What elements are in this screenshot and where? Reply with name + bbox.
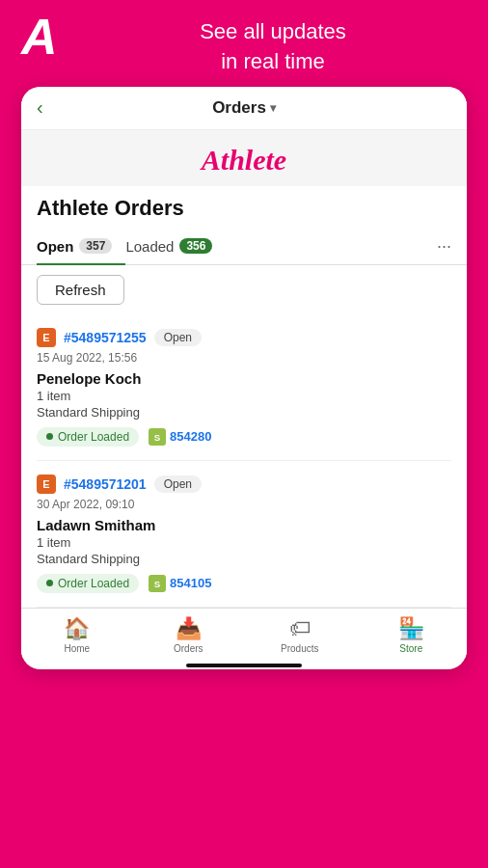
home-icon: 🏠 xyxy=(64,616,90,641)
order-number-link-2[interactable]: #5489571201 xyxy=(64,476,147,492)
page-title: Athlete Orders xyxy=(37,196,451,221)
brand-name: Athlete xyxy=(202,144,286,176)
order-status-1: Open xyxy=(154,329,202,346)
order-footer-1: Order Loaded S 854280 xyxy=(37,427,451,447)
nav-title: Orders ▾ xyxy=(212,98,276,118)
tabs-bar: Open 357 Loaded 356 ··· xyxy=(21,229,467,265)
svg-text:S: S xyxy=(154,578,161,588)
bottom-nav-orders[interactable]: 📥 Orders xyxy=(133,616,245,654)
order-items-2: 1 item xyxy=(37,535,451,550)
order-number-link-1[interactable]: #5489571255 xyxy=(64,330,147,345)
order-date-2: 30 Apr 2022, 09:10 xyxy=(37,498,451,511)
shopify-link-2[interactable]: S 854105 xyxy=(149,575,211,592)
bottom-nav-products[interactable]: 🏷 Products xyxy=(244,616,356,654)
store-icon: 🏪 xyxy=(398,616,424,641)
tab-open-badge: 357 xyxy=(79,238,112,254)
nav-bar: ‹ Orders ▾ xyxy=(21,87,467,130)
orders-label: Orders xyxy=(174,643,203,654)
order-loaded-badge-2: Order Loaded xyxy=(37,574,139,593)
orders-list: E #5489571255 Open 15 Aug 2022, 15:56 Pe… xyxy=(21,314,467,608)
products-icon: 🏷 xyxy=(289,616,311,641)
order-header-2: E #5489571201 Open xyxy=(37,475,451,494)
order-source-icon-2: E xyxy=(37,475,56,494)
order-card-2: E #5489571201 Open 30 Apr 2022, 09:10 La… xyxy=(37,461,451,608)
refresh-section: Refresh xyxy=(21,265,467,314)
order-items-1: 1 item xyxy=(37,389,451,403)
products-label: Products xyxy=(281,643,318,654)
tab-loaded-badge: 356 xyxy=(179,238,212,254)
tab-loaded-label: Loaded xyxy=(125,238,174,255)
order-customer-1: Penelope Koch xyxy=(37,370,451,387)
home-indicator xyxy=(186,664,302,667)
page-title-section: Athlete Orders xyxy=(21,186,467,229)
store-label: Store xyxy=(399,643,422,654)
svg-text:S: S xyxy=(154,431,161,442)
shopify-link-1[interactable]: S 854280 xyxy=(149,428,211,446)
app-screen: ‹ Orders ▾ Athlete Athlete Orders Open 3… xyxy=(21,87,467,669)
nav-dropdown-icon[interactable]: ▾ xyxy=(270,101,276,115)
tabs-more-button[interactable]: ··· xyxy=(437,231,451,262)
app-logo: A xyxy=(21,12,58,62)
order-shipping-1: Standard Shipping xyxy=(37,405,451,420)
tab-loaded[interactable]: Loaded 356 xyxy=(125,229,226,264)
order-header-1: E #5489571255 Open xyxy=(37,328,451,347)
order-card-1: E #5489571255 Open 15 Aug 2022, 15:56 Pe… xyxy=(37,314,451,461)
back-button[interactable]: ‹ xyxy=(37,96,43,119)
hero-section: A See all updates in real time xyxy=(0,0,488,87)
brand-section: Athlete xyxy=(21,130,467,186)
order-date-1: 15 Aug 2022, 15:56 xyxy=(37,351,451,365)
bottom-nav-store[interactable]: 🏪 Store xyxy=(356,616,468,654)
loaded-dot-1 xyxy=(46,433,53,440)
refresh-button[interactable]: Refresh xyxy=(37,275,124,305)
order-status-2: Open xyxy=(154,475,202,493)
hero-tagline: See all updates in real time xyxy=(200,17,346,77)
order-source-icon-1: E xyxy=(37,328,56,347)
loaded-dot-2 xyxy=(46,580,53,586)
order-customer-2: Ladawn Smitham xyxy=(37,517,451,533)
order-shipping-2: Standard Shipping xyxy=(37,552,451,566)
order-loaded-badge-1: Order Loaded xyxy=(37,427,139,447)
bottom-nav-home[interactable]: 🏠 Home xyxy=(21,616,133,654)
home-label: Home xyxy=(64,643,90,654)
orders-icon: 📥 xyxy=(176,616,202,641)
order-footer-2: Order Loaded S 854105 xyxy=(37,574,451,593)
tab-open[interactable]: Open 357 xyxy=(37,229,125,264)
tab-open-label: Open xyxy=(37,238,73,255)
bottom-nav: 🏠 Home 📥 Orders 🏷 Products 🏪 Store xyxy=(21,608,467,658)
